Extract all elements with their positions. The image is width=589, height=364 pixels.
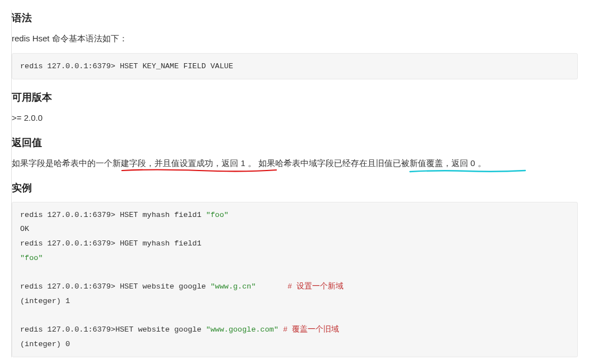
code-text: redis 127.0.0.1:6379>HSET website google — [20, 325, 206, 334]
code-line — [20, 265, 569, 280]
code-text: redis 127.0.0.1:6379> HGET myhash field1 — [20, 239, 201, 248]
return-paragraph: 如果字段是哈希表中的一个新建字段，并且值设置成功，返回 1 。 如果哈希表中域字… — [12, 157, 578, 170]
code-text: (integer) 0 — [20, 340, 70, 348]
code-block-syntax: redis 127.0.0.1:6379> HSET KEY_NAME FIEL… — [12, 53, 578, 80]
syntax-intro: redis Hset 命令基本语法如下： — [12, 32, 578, 45]
code-line: redis 127.0.0.1:6379> HSET myhash field1… — [20, 208, 569, 223]
code-text: OK — [20, 225, 29, 233]
code-block-example: redis 127.0.0.1:6379> HSET myhash field1… — [12, 202, 578, 357]
code-string: "www.google.com" — [206, 325, 279, 334]
code-line: redis 127.0.0.1:6379> HSET website googl… — [20, 280, 569, 294]
code-string: "foo" — [20, 254, 43, 262]
code-line — [20, 308, 569, 323]
heading-return: 返回值 — [12, 135, 578, 151]
heading-example: 实例 — [12, 180, 578, 196]
heading-syntax: 语法 — [12, 10, 578, 26]
code-line: redis 127.0.0.1:6379> HGET myhash field1 — [20, 237, 569, 251]
code-pad — [256, 282, 288, 291]
code-line: (integer) 1 — [20, 294, 569, 309]
return-text-a: 如果字段是哈希表中的一个新建字段，并且值设置成功，返回 1 。 — [12, 158, 258, 168]
code-string: "foo" — [206, 211, 229, 219]
code-string: "www.g.cn" — [210, 282, 256, 291]
code-line: redis 127.0.0.1:6379>HSET website google… — [20, 323, 569, 337]
code-comment: # 覆盖一个旧域 — [283, 325, 339, 334]
code-text: (integer) 1 — [20, 297, 70, 305]
code-line: (integer) 0 — [20, 337, 569, 352]
code-comment: # 设置一个新域 — [288, 282, 343, 291]
code-line: "foo" — [20, 251, 569, 266]
code-text: redis 127.0.0.1:6379> HSET website googl… — [20, 282, 210, 291]
heading-version: 可用版本 — [12, 89, 578, 106]
code-line: OK — [20, 222, 569, 237]
return-paragraph-wrap: 如果字段是哈希表中的一个新建字段，并且值设置成功，返回 1 。 如果哈希表中域字… — [12, 157, 578, 170]
return-text-b: 如果哈希表中域字段已经存在且旧值已被新值覆盖，返回 0 。 — [258, 158, 486, 168]
code-line: redis 127.0.0.1:6379> HSET KEY_NAME FIEL… — [20, 59, 569, 74]
code-pad — [279, 325, 283, 334]
doc-content: 语法 redis Hset 命令基本语法如下： redis 127.0.0.1:… — [11, 10, 578, 357]
code-text: redis 127.0.0.1:6379> HSET myhash field1 — [20, 211, 206, 219]
version-text: >= 2.0.0 — [12, 111, 578, 125]
